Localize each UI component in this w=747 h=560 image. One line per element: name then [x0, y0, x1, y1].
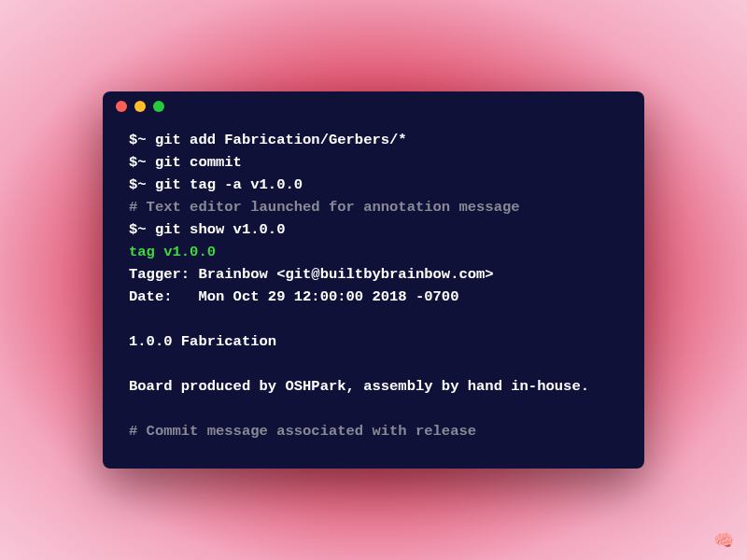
terminal-body: $~ git add Fabrication/Gerbers/* $~ git … [103, 121, 644, 469]
minimize-icon[interactable] [134, 101, 146, 112]
blank-line [129, 398, 618, 420]
terminal-comment: # Commit message associated with release [129, 420, 618, 442]
terminal-line: 1.0.0 Fabrication [129, 330, 618, 353]
terminal-tag-line: tag v1.0.0 [129, 241, 618, 263]
blank-line [129, 353, 618, 375]
brain-icon: 🧠 [713, 530, 734, 551]
terminal-line: Date: Mon Oct 29 12:00:00 2018 -0700 [129, 286, 618, 308]
close-icon[interactable] [116, 101, 127, 112]
terminal-line: $~ git show v1.0.0 [129, 218, 618, 241]
terminal-line: Board produced by OSHPark, assembly by h… [129, 375, 618, 398]
terminal-line: $~ git tag -a v1.0.0 [129, 174, 618, 196]
titlebar [103, 91, 644, 121]
terminal-line: Tagger: Brainbow <git@builtbybrainbow.co… [129, 263, 618, 286]
terminal-line: $~ git add Fabrication/Gerbers/* [129, 129, 618, 151]
blank-line [129, 308, 618, 330]
terminal-line: $~ git commit [129, 151, 618, 174]
maximize-icon[interactable] [153, 101, 164, 112]
terminal-window: $~ git add Fabrication/Gerbers/* $~ git … [103, 91, 644, 469]
terminal-comment: # Text editor launched for annotation me… [129, 196, 618, 218]
